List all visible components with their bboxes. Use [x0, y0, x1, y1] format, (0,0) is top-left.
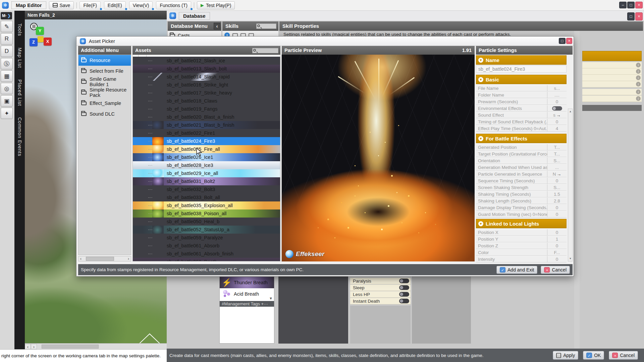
additional-menu-item[interactable]: Smile Game Builder 1	[78, 76, 131, 87]
menu-item[interactable]: File(F)	[79, 1, 100, 9]
additional-menu-item[interactable]: Resource	[78, 55, 131, 66]
sort-icon[interactable]: ↕	[636, 96, 641, 101]
asset-row[interactable]: sb_ef_battle062_Death	[133, 258, 280, 261]
save-button[interactable]: Save	[49, 1, 74, 9]
section-name[interactable]: ▼ Name	[476, 55, 567, 65]
asset-row[interactable]: sb_ef_battle035_Explosion_all	[133, 201, 280, 209]
additional-menu-scrollbar[interactable]: ‹ ›	[78, 256, 131, 261]
settings-row[interactable]: Sequence Timing (Seconds) 0	[476, 177, 567, 184]
settings-row[interactable]: Timing of Sound Effect Playback (... 0	[476, 118, 567, 125]
asset-row[interactable]: sb_ef_battle025_Fire_all	[133, 145, 280, 153]
scroll-right-icon[interactable]: ›	[31, 344, 37, 349]
asset-row[interactable]: sb_ef_battle018_Claws	[133, 97, 280, 105]
asset-row[interactable]: sb_ef_battle012_Slash_ice	[133, 57, 280, 65]
settings-row[interactable]: Damage Display Timing (Seconds... 0	[476, 204, 567, 211]
settings-row[interactable]: Color F...	[476, 249, 567, 256]
state-toggle-row[interactable]: Instant Death	[350, 298, 411, 304]
settings-row[interactable]: Folder Name ....	[476, 92, 567, 98]
toggle-switch[interactable]	[552, 106, 562, 111]
scroll-right-icon[interactable]: ›	[126, 256, 131, 261]
section-basic[interactable]: ▼ Basic	[476, 75, 567, 84]
cancel-button[interactable]: × Cancel	[609, 351, 638, 360]
settings-row[interactable]: Guard Motion Timing (sec) 0=None 0	[476, 211, 567, 218]
settings-row[interactable]: Environmental Effects	[476, 105, 567, 112]
asset-row[interactable]: sb_ef_battle052_StatusUp_a	[133, 226, 280, 234]
settings-row[interactable]: Position Y 1	[476, 236, 567, 242]
sort-icon[interactable]: ↕	[636, 63, 641, 67]
section-linked-to-local-lights[interactable]: ▼ Linked to Local Lights	[476, 219, 567, 228]
scroll-left-icon[interactable]: ‹	[78, 256, 83, 261]
asset-row[interactable]: sb_ef_battle029_Ice_all	[133, 169, 280, 177]
toggle-switch[interactable]	[399, 279, 409, 283]
menu-item[interactable]: Edit(E)	[104, 1, 126, 9]
skills-search-input[interactable]	[256, 23, 276, 29]
database-tool-icon[interactable]: D	[1, 46, 13, 57]
asset-row[interactable]: sb_ef_battle020_Blast_a_finish	[133, 113, 280, 121]
map-horizontal-scrollbar[interactable]: ‹ ›	[25, 343, 167, 349]
properties-section-header[interactable]	[582, 51, 642, 61]
maximize-icon[interactable]: □	[559, 38, 566, 44]
close-icon[interactable]: ×	[566, 38, 572, 44]
additional-menu-item[interactable]: Effect_Sample	[78, 98, 131, 109]
menu-item[interactable]: Functions (T)	[156, 1, 191, 9]
asset-row[interactable]: sb_ef_battle038_Poison_all	[133, 209, 280, 218]
settings-row[interactable]: Shaking Length (Seconds) 2.8	[476, 197, 567, 204]
menu-item[interactable]: View(V)	[129, 1, 153, 9]
asset-row[interactable]: sb_ef_battle061_Absorb	[133, 242, 280, 250]
asset-row[interactable]: sb_ef_battle014_Slash_rapid	[133, 73, 280, 81]
section-for-battle-effects[interactable]: ▼ For Battle Effects	[476, 134, 567, 143]
settings-row[interactable]: Effect Play Time (Seconds) 0=Aut... 4	[476, 125, 567, 132]
settings-row[interactable]: Intensity 0	[476, 256, 567, 262]
display-settings-tool-icon[interactable]: ▦	[1, 70, 13, 82]
asset-row[interactable]: sb_ef_battle033_Bolt_all	[133, 193, 280, 201]
asset-row[interactable]: sb_ef_battle026_Ice1	[133, 153, 280, 161]
settings-row[interactable]: Shaking Timing (Seconds) 1.5	[476, 191, 567, 197]
asset-row[interactable]: sb_ef_battle061_Absorb_finish	[133, 250, 280, 258]
gizmo-x-axis[interactable]: X	[44, 38, 52, 46]
asset-row[interactable]: sb_ef_battle013_Slash_bolt	[133, 65, 280, 73]
cancel-button[interactable]: × Cancel	[541, 266, 570, 274]
gizmo-center-cube[interactable]	[38, 36, 44, 42]
asset-row[interactable]: sb_ef_battle017_Strike_heavy	[133, 89, 280, 97]
additional-menu-item[interactable]: Select from File	[78, 66, 131, 76]
scroll-left-icon[interactable]: ‹	[25, 344, 31, 349]
scroll-up-icon[interactable]: ▲	[568, 109, 573, 114]
close-icon[interactable]: ×	[635, 2, 643, 8]
collapse-panel-icon[interactable]: ‹	[214, 23, 220, 29]
test-play-button[interactable]: ▶ Test Play(P)	[197, 1, 235, 9]
asset-row[interactable]: sb_ef_battle028_Ice3	[133, 161, 280, 169]
camera-zoom-tool-icon[interactable]: ◎	[1, 83, 13, 94]
sort-icon[interactable]: ↕	[636, 75, 641, 80]
skill-list-item[interactable]: Thunder Breath	[220, 277, 274, 288]
palette-tab[interactable]: Common Events	[17, 117, 22, 156]
asset-row[interactable]: sb_ef_battle021_Blast_b_finish	[133, 121, 280, 129]
gizmo-z-axis[interactable]: Z	[30, 38, 38, 46]
stamp-edit-tool-icon[interactable]: ✎	[1, 21, 13, 32]
asset-row[interactable]: sb_ef_battle050_Heal_b	[133, 218, 280, 226]
sort-icon[interactable]: ↕	[636, 69, 641, 74]
gizmo-y-axis[interactable]: Y	[36, 27, 44, 35]
settings-row[interactable]: Sound Effect s →	[476, 112, 567, 118]
asset-row[interactable]: sb_ef_battle022_Fire1	[133, 129, 280, 137]
card-list-tool-icon[interactable]: ▣	[1, 95, 13, 107]
properties-row[interactable]: ↕	[582, 68, 642, 75]
settings-row[interactable]: Target Position (Gravitational Force) T.…	[476, 150, 567, 157]
toggle-switch[interactable]	[399, 299, 409, 303]
palette-tab[interactable]: Tools	[17, 23, 22, 36]
settings-row[interactable]: Orientation S...	[476, 157, 567, 164]
maximize-icon[interactable]: □	[627, 12, 635, 20]
properties-row[interactable]: ↕	[582, 81, 642, 87]
resource-tool-icon[interactable]: R	[1, 33, 13, 45]
settings-row[interactable]: Prewarm (Seconds) 0	[476, 98, 567, 105]
sort-icon[interactable]: ↕	[636, 89, 641, 94]
dialog-titlebar[interactable]: ✻ Asset Picker □ ×	[76, 37, 574, 46]
settings-row[interactable]: Position Z 0	[476, 242, 567, 249]
asset-row[interactable]: sb_ef_battle019_Fangs	[133, 105, 280, 113]
state-toggle-row[interactable]: Paralysis	[350, 278, 411, 284]
assets-search-input[interactable]	[252, 48, 278, 53]
asset-row[interactable]: sb_ef_battle016_Strike_light	[133, 81, 280, 89]
minimize-icon[interactable]: –	[619, 2, 627, 8]
asset-row[interactable]: sb_ef_battle059_Paralyze	[133, 234, 280, 242]
add-and-exit-button[interactable]: ✓ Add and Exit	[496, 266, 537, 274]
skill-list-item[interactable]: Acid Breath	[220, 288, 274, 300]
